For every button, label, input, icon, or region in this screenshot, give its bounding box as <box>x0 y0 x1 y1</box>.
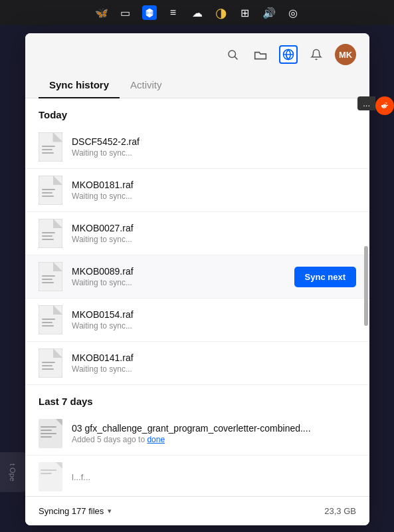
svg-rect-27 <box>42 319 55 320</box>
reddit-badge[interactable] <box>375 96 394 115</box>
menubar-wifi-icon[interactable]: ◎ <box>286 5 300 20</box>
tabs: Sync history Activity <box>39 73 356 98</box>
panel-body[interactable]: Today DSCF5452-2.raf Waiting to sync... <box>25 98 369 496</box>
menubar-cloud-icon[interactable]: ☁ <box>190 5 205 20</box>
file-icon <box>39 176 62 205</box>
scrollbar-track[interactable] <box>363 186 369 472</box>
file-item-doc: 03 gfx_challenge_grant_program_coverlett… <box>25 412 369 456</box>
file-item: MKOB0141.raf Waiting to sync... <box>25 342 369 385</box>
avatar[interactable]: MK <box>335 44 356 65</box>
file-item-highlighted: MKOB0089.raf Waiting to sync... Sync nex… <box>25 255 369 299</box>
menubar-grid-icon[interactable]: ⊞ <box>238 5 252 20</box>
doc-thumbnail <box>39 419 62 448</box>
file-status: Waiting to sync... <box>72 192 356 201</box>
svg-rect-28 <box>42 322 52 323</box>
svg-rect-32 <box>42 365 52 366</box>
syncing-files-button[interactable]: Syncing 177 files ▾ <box>39 506 112 516</box>
svg-rect-17 <box>42 196 54 197</box>
svg-rect-12 <box>42 149 52 150</box>
panel-header: MK Sync history Activity <box>25 33 369 98</box>
tab-sync-history[interactable]: Sync history <box>39 74 120 98</box>
svg-rect-21 <box>42 239 54 240</box>
syncing-label: Syncing 177 files <box>39 506 104 516</box>
file-name: MKOB0154.raf <box>72 309 356 320</box>
file-icon <box>39 262 62 291</box>
panel-footer: Syncing 177 files ▾ 23,3 GB <box>25 496 369 525</box>
background-app: t Ope <box>0 452 25 492</box>
bell-icon[interactable] <box>307 45 326 64</box>
svg-rect-29 <box>42 325 54 327</box>
file-status: Added 5 days ago to done <box>72 435 356 444</box>
svg-rect-33 <box>42 368 54 370</box>
svg-point-6 <box>229 51 236 58</box>
file-item: MKOB0154.raf Waiting to sync... <box>25 299 369 342</box>
tab-activity[interactable]: Activity <box>120 74 173 98</box>
svg-line-7 <box>235 57 237 59</box>
main-panel: MK Sync history Activity Today DSCF <box>25 33 369 525</box>
menubar-volume-icon[interactable]: 🔊 <box>262 5 276 20</box>
menubar-screen-icon[interactable]: ▭ <box>118 5 133 20</box>
file-icon <box>39 132 62 162</box>
file-status: Waiting to sync... <box>72 321 356 331</box>
file-name: DSCF5452-2.raf <box>72 136 356 147</box>
file-name-partial: l...f... <box>72 472 356 482</box>
doc-line <box>41 430 52 431</box>
doc-thumbnail-partial <box>39 462 62 491</box>
file-item: MKOB0181.raf Waiting to sync... <box>25 169 369 212</box>
folder-icon[interactable] <box>251 45 270 64</box>
file-info-partial: l...f... <box>72 472 356 482</box>
search-icon[interactable] <box>223 45 242 64</box>
file-name: MKOB0089.raf <box>72 266 288 277</box>
file-info: DSCF5452-2.raf Waiting to sync... <box>72 136 356 158</box>
doc-line <box>41 473 52 474</box>
doc-line <box>41 426 56 428</box>
ellipsis-menu: ... <box>357 96 375 110</box>
storage-size: 23,3 GB <box>324 506 356 516</box>
menubar-butterfly-icon[interactable]: 🦋 <box>94 5 109 20</box>
doc-line <box>41 433 56 434</box>
file-name: MKOB0181.raf <box>72 180 356 190</box>
file-name: MKOB0141.raf <box>72 352 356 363</box>
doc-line <box>41 436 52 438</box>
file-status-link[interactable]: done <box>147 435 165 444</box>
file-icon <box>39 219 62 248</box>
file-item: MKOB0027.raf Waiting to sync... <box>25 212 369 255</box>
svg-rect-15 <box>42 189 55 190</box>
menubar-circle-icon[interactable]: ◑ <box>214 5 229 20</box>
svg-rect-11 <box>42 146 55 147</box>
svg-rect-31 <box>42 362 55 363</box>
file-info: MKOB0154.raf Waiting to sync... <box>72 309 356 331</box>
file-icon <box>39 305 62 334</box>
chevron-down-icon: ▾ <box>108 507 112 515</box>
menubar: 🦋 ▭ ≡ ☁ ◑ ⊞ 🔊 ◎ <box>0 0 394 25</box>
file-info: MKOB0089.raf Waiting to sync... <box>72 266 288 287</box>
file-info: MKOB0141.raf Waiting to sync... <box>72 352 356 374</box>
file-info: MKOB0181.raf Waiting to sync... <box>72 180 356 201</box>
file-info: 03 gfx_challenge_grant_program_coverlett… <box>72 423 356 444</box>
file-icon <box>39 348 62 378</box>
svg-rect-23 <box>42 275 55 277</box>
svg-rect-24 <box>42 279 52 280</box>
last7days-heading: Last 7 days <box>25 385 369 412</box>
file-item: DSCF5452-2.raf Waiting to sync... <box>25 126 369 169</box>
panel-toolbar: MK <box>39 44 356 65</box>
globe-icon[interactable] <box>279 45 298 64</box>
menubar-menu-icon[interactable]: ≡ <box>166 5 181 20</box>
file-info: MKOB0027.raf Waiting to sync... <box>72 223 356 244</box>
file-status: Waiting to sync... <box>72 278 288 287</box>
scrollbar-thumb[interactable] <box>364 246 368 326</box>
menubar-dropbox-icon[interactable] <box>142 5 157 20</box>
file-status: Waiting to sync... <box>72 364 356 374</box>
doc-line <box>41 469 56 471</box>
file-status-prefix: Added 5 days ago to <box>72 435 147 444</box>
file-name: 03 gfx_challenge_grant_program_coverlett… <box>72 423 356 434</box>
svg-rect-19 <box>42 232 55 233</box>
svg-rect-16 <box>42 192 52 194</box>
file-item-partial: l...f... <box>25 456 369 496</box>
file-status: Waiting to sync... <box>72 235 356 244</box>
svg-rect-25 <box>42 282 54 283</box>
svg-rect-13 <box>42 152 54 154</box>
file-name: MKOB0027.raf <box>72 223 356 233</box>
sync-next-button[interactable]: Sync next <box>294 267 356 287</box>
svg-rect-20 <box>42 235 52 237</box>
